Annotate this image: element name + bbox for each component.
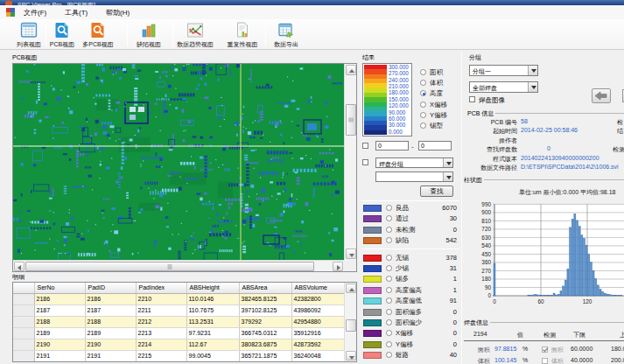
chevron-down-icon[interactable] — [528, 66, 537, 75]
pcb-vertical-scrollbar[interactable] — [344, 64, 356, 260]
chevron-down-icon[interactable] — [443, 172, 452, 181]
row-header[interactable] — [13, 304, 34, 316]
column-header-absheight[interactable]: ABSHeight — [186, 283, 239, 293]
details-vertical-scrollbar[interactable] — [344, 283, 356, 361]
table-row[interactable]: 219021902214112.67380823.687542873592 — [13, 339, 344, 350]
pad-group-value-dropdown[interactable] — [375, 172, 453, 182]
legend-row: 锡多1 — [362, 275, 459, 285]
column-header-serno[interactable]: SerNo — [34, 283, 85, 293]
scroll-left-button[interactable] — [14, 262, 25, 271]
legend-radio[interactable] — [386, 352, 392, 358]
legend-radio[interactable] — [386, 309, 392, 315]
volume-check-checkbox[interactable] — [542, 358, 548, 364]
scroll-down-button[interactable] — [346, 351, 356, 360]
search-button[interactable]: 查找 — [420, 186, 453, 197]
table-row[interactable]: 218721872211110.7675397102.812543986092 — [13, 304, 344, 316]
toolbar-defect-view-button[interactable]: 缺陷视图 — [130, 20, 168, 48]
legend-radio[interactable] — [386, 276, 392, 282]
check-label: 面积 — [551, 346, 564, 354]
metric-radio-1[interactable] — [420, 69, 426, 75]
scroll-up-button[interactable] — [346, 65, 356, 75]
pads-select-dropdown[interactable]: 全部焊盘 — [469, 81, 538, 93]
legend-radio[interactable] — [386, 255, 392, 261]
pcb-board-image[interactable] — [13, 64, 344, 260]
table-row[interactable]: 218621862210110.0146382465.812542382800 — [13, 293, 344, 304]
table-cell: 2191 — [34, 350, 85, 361]
left-arrow-icon — [592, 89, 610, 102]
metric-radio-2[interactable] — [420, 80, 426, 86]
range-from-input[interactable] — [375, 141, 409, 150]
toolbar-separator — [265, 22, 266, 46]
legend-count: 378 — [445, 254, 457, 262]
table-row[interactable]: 21912191221599.0045365721.187536240048 — [13, 350, 344, 361]
metric-radio-4[interactable] — [420, 102, 426, 108]
row-header[interactable] — [13, 316, 34, 327]
legend-count: 1 — [453, 275, 457, 283]
column-header-padid[interactable]: PadID — [85, 283, 136, 293]
row-header[interactable] — [13, 327, 34, 339]
legend-radio[interactable] — [386, 205, 392, 211]
pad-group-checkbox[interactable] — [362, 159, 368, 165]
row-header[interactable] — [13, 350, 34, 361]
column-header-padindex[interactable]: PadIndex — [136, 283, 186, 293]
legend-radio[interactable] — [386, 341, 392, 347]
pad-image-checkbox[interactable] — [469, 96, 475, 102]
toolbar-list-view-button[interactable]: 列表视图 — [14, 20, 44, 48]
toolbar-separator — [46, 22, 46, 46]
details-panel-title: 明细 — [12, 273, 25, 282]
menu-file[interactable]: 文件(F) — [24, 8, 46, 18]
legend-radio[interactable] — [386, 227, 392, 233]
scroll-down-button[interactable] — [346, 248, 356, 259]
toolbar-repeatability-view-button[interactable]: 重复性视图 — [223, 20, 262, 48]
legend-label: X偏移 — [396, 329, 413, 338]
scroll-right-button[interactable] — [333, 262, 343, 271]
scroll-thumb[interactable] — [346, 104, 356, 136]
legend-radio[interactable] — [386, 215, 392, 221]
area-check-checkbox[interactable] — [542, 346, 548, 353]
table-row[interactable]: 218821882212113.253137929242954880 — [13, 316, 344, 327]
toolbar-data-export-button[interactable]: 数据导出 — [268, 20, 305, 48]
pcb-horizontal-scrollbar[interactable] — [13, 260, 344, 271]
svg-text:720: 720 — [481, 226, 491, 232]
table-cell: 35912916 — [291, 327, 344, 339]
legend-radio[interactable] — [386, 237, 392, 243]
legend-radio[interactable] — [386, 319, 392, 326]
legend-radio[interactable] — [386, 330, 392, 336]
back-arrow-button[interactable] — [592, 88, 611, 103]
table-row[interactable]: 21892189221397.9231366745.031235912916 — [13, 327, 344, 339]
metric-radio-3[interactable] — [420, 90, 426, 96]
col-header-value: 值 — [517, 331, 523, 340]
legend-color-chip — [363, 341, 382, 348]
metric-radio-6[interactable] — [420, 122, 426, 129]
menu-tools[interactable]: 工具(T) — [65, 8, 88, 18]
toolbar-multi-pcb-view-button[interactable]: 多PCB视图 — [79, 20, 117, 48]
column-header-absarea[interactable]: ABSArea — [239, 283, 291, 293]
scroll-up-button[interactable] — [346, 284, 356, 293]
legend-row: 通过30 — [362, 214, 459, 225]
legend-radio[interactable] — [386, 265, 392, 271]
toolbar-pcb-view-button[interactable]: PCB视图 — [47, 20, 77, 48]
defect-chart-icon — [141, 22, 158, 38]
height-histogram-chart: 090180270360450540630720810900990060120 — [462, 198, 624, 308]
row-header[interactable] — [13, 293, 34, 304]
chevron-down-icon[interactable] — [443, 158, 452, 167]
legend-radio[interactable] — [386, 287, 392, 293]
metric-radio-5[interactable] — [420, 112, 426, 118]
pad-group-dropdown[interactable]: 焊盘分组 — [375, 158, 453, 168]
chevron-down-icon[interactable] — [528, 82, 537, 92]
scroll-thumb[interactable] — [346, 319, 356, 332]
range-to-input[interactable] — [418, 141, 452, 150]
legend-radio[interactable] — [386, 298, 392, 304]
table-cell: 112.67 — [186, 339, 239, 350]
legend-label: 良品 — [396, 204, 409, 213]
group-select-dropdown[interactable]: 分组一 — [469, 65, 538, 76]
menu-help[interactable]: 帮助(H) — [106, 8, 130, 18]
range-filter-checkbox[interactable] — [362, 143, 368, 149]
legend-color-chip — [363, 287, 382, 294]
table-cell: 42954880 — [291, 316, 344, 327]
pcb-view-panel-title: PCB视图 — [12, 53, 37, 62]
scroll-thumb[interactable] — [25, 262, 314, 271]
row-header[interactable] — [13, 339, 34, 350]
toolbar-data-trend-view-button[interactable]: 数据趋势视图 — [174, 20, 216, 48]
column-header-absvolume[interactable]: ABSVolume — [291, 283, 344, 293]
